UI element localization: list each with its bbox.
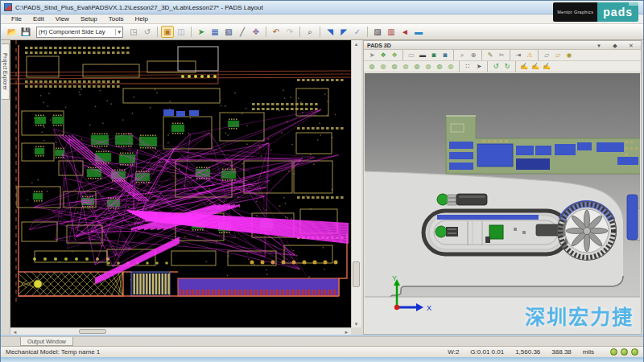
scroll-up-arrow[interactable]: ▲ <box>352 40 361 47</box>
bga-toolbar-icon[interactable]: ▦ <box>208 26 221 38</box>
status-led <box>610 348 617 356</box>
close-icon[interactable]: ✕ <box>625 39 638 51</box>
layer-selector-arrow[interactable]: ▾ <box>115 29 121 35</box>
output-window-tab[interactable]: Output Window <box>20 337 73 346</box>
status-led <box>631 348 638 356</box>
axis-x-label: X <box>427 304 431 312</box>
toolbar-separator <box>157 27 158 37</box>
view-rotate-icon[interactable]: ◍ <box>445 62 456 72</box>
link-3d-icon[interactable]: ▬ <box>412 26 425 38</box>
board-bottom-view-icon[interactable]: ❖ <box>389 51 400 60</box>
clearance-check-icon[interactable]: ⇥ <box>513 51 524 60</box>
dimensioning-toolbar-icon[interactable]: ◫ <box>175 26 188 38</box>
3d-viewport[interactable]: Y X 深圳宏力捷 <box>365 73 640 333</box>
eco-toolbar-icon[interactable]: ➤ <box>195 26 208 38</box>
pour-manager-icon[interactable]: ▨ <box>371 26 384 38</box>
main-area: Project Explorer ▲ ▼ ◄ ► PADS 3D ▾◆✕ ➤❖❖… <box>1 40 643 335</box>
view-right-icon[interactable]: ◍ <box>400 62 411 72</box>
horizontal-scroll-thumb[interactable] <box>79 329 106 334</box>
move-mode-icon[interactable]: ✥ <box>250 26 262 38</box>
photoview-icon[interactable]: ▧ <box>222 26 235 38</box>
zoom-fit-icon[interactable]: ⊕ <box>468 51 479 60</box>
status-coord-y: 388.38 <box>551 348 571 356</box>
fit-points-icon[interactable]: ∷ <box>462 62 473 72</box>
macro-icon[interactable]: ▥ <box>385 26 398 38</box>
brand-logo: Mentor Graphics pads <box>553 2 638 22</box>
cylinder-component <box>437 194 487 205</box>
pcb-canvas[interactable] <box>10 40 351 329</box>
help-pointer-icon[interactable]: ◄ <box>398 26 411 38</box>
world-icon[interactable]: ◉ <box>564 51 575 60</box>
toolbar-separator <box>453 50 454 60</box>
library-icon[interactable]: ◳ <box>127 26 140 38</box>
scroll-down-arrow[interactable]: ▼ <box>352 320 361 327</box>
export-model-icon[interactable]: ▭ <box>406 51 417 60</box>
rotate-ccw-icon[interactable]: ↺ <box>490 62 502 72</box>
main-toolbar: 📂💾 (H) Component Side Lay ▾ ◳↺▣◫➤▦▧╱✥↶↷⌕… <box>1 24 643 40</box>
panel-menu-icon[interactable]: ▾ <box>592 39 605 51</box>
toolbar-separator <box>266 27 266 37</box>
show-models-icon[interactable]: ◙ <box>440 51 451 60</box>
rotate-cw-icon[interactable]: ↻ <box>502 62 513 72</box>
menu-setup[interactable]: Setup <box>75 15 103 23</box>
menu-tools[interactable]: Tools <box>103 15 130 23</box>
toolbar-separator <box>191 27 192 37</box>
pads-3d-title: PADS 3D <box>367 43 391 48</box>
snapshot-icon[interactable]: ▱ <box>552 51 564 60</box>
window-title: C:\PADS_Stnd_Plus_Eval\PADSVX.1.2\Lesson… <box>15 4 263 11</box>
pads-layout-window: C:\PADS_Stnd_Plus_Eval\PADSVX.1.2\Lesson… <box>0 0 644 362</box>
view-back-icon[interactable]: ◍ <box>378 62 389 72</box>
select-icon[interactable]: ➤ <box>366 51 378 60</box>
capture-top-icon[interactable]: ✍ <box>518 62 530 72</box>
pads-3d-panel: PADS 3D ▾◆✕ ➤❖❖▭▬◙◙⌕⊕✎✂⇥⚠▱▱◉ ◍◍◍◍◍◍◍◍∷➤↺… <box>363 40 642 335</box>
capture-iso-icon[interactable]: ✍ <box>541 62 552 72</box>
zoom-icon[interactable]: ⌕ <box>303 26 316 38</box>
toolbar-separator <box>299 27 300 37</box>
save-icon[interactable]: 💾 <box>19 26 32 38</box>
pcb-vertical-scrollbar[interactable]: ▲ ▼ <box>351 40 361 327</box>
toolbar-separator <box>402 50 403 60</box>
menu-edit[interactable]: Edit <box>27 15 50 23</box>
view-bottom-icon[interactable]: ◍ <box>423 62 434 72</box>
view-front-icon[interactable]: ◍ <box>366 62 378 72</box>
zoom-window-icon[interactable]: ⌕ <box>456 51 468 60</box>
measure-point-icon[interactable]: ✂ <box>496 51 507 60</box>
capture-side-icon[interactable]: ✍ <box>530 62 541 72</box>
show-board-icon[interactable]: ▬ <box>417 51 428 60</box>
pin-icon[interactable]: ◆ <box>609 39 621 51</box>
window-bottom-border <box>1 357 643 362</box>
show-enclosure-icon[interactable]: ◙ <box>428 51 440 60</box>
pads-3d-header[interactable]: PADS 3D ▾◆✕ <box>364 41 641 50</box>
board-top-view-icon[interactable]: ❖ <box>378 51 389 60</box>
highlight-icon[interactable]: ◤ <box>337 26 350 38</box>
selection-filter-icon[interactable]: ◥ <box>324 26 336 38</box>
menu-view[interactable]: View <box>50 15 75 23</box>
toolbar-separator <box>487 61 488 72</box>
collision-warning-icon[interactable]: ⚠ <box>524 51 535 60</box>
layer-selector[interactable]: (H) Component Side Lay ▾ <box>36 27 123 38</box>
pcb-horizontal-scrollbar[interactable]: ◄ ► <box>10 327 351 335</box>
status-units[interactable]: mils <box>583 348 594 356</box>
eco-mode-icon[interactable]: ↺ <box>141 26 154 38</box>
pointer-icon[interactable]: ➤ <box>473 62 485 72</box>
view-top-icon[interactable]: ◍ <box>411 62 423 72</box>
add-route-icon[interactable]: ╱ <box>236 26 249 38</box>
redo-icon[interactable]: ↷ <box>283 26 296 38</box>
view-iso-icon[interactable]: ◍ <box>434 62 445 72</box>
scroll-right-arrow[interactable]: ► <box>342 328 351 335</box>
menu-file[interactable]: File <box>6 15 27 23</box>
view-left-icon[interactable]: ◍ <box>389 62 400 72</box>
toolbar-separator <box>459 61 460 72</box>
design-toolbar-icon[interactable]: ▣ <box>161 26 174 38</box>
status-coord-x: 1,560.36 <box>515 348 540 356</box>
measure-icon[interactable]: ✎ <box>485 51 496 60</box>
project-explorer-tab[interactable]: Project Explorer <box>2 43 10 100</box>
pads-3d-toolbar-row2: ◍◍◍◍◍◍◍◍∷➤↺↻✍✍✍ <box>364 61 641 72</box>
verify-design-icon[interactable]: ✓ <box>351 26 364 38</box>
menu-help[interactable]: Help <box>129 15 153 23</box>
vertical-scroll-thumb[interactable] <box>353 261 360 287</box>
open-icon[interactable]: 📂 <box>6 26 19 38</box>
undo-icon[interactable]: ↶ <box>270 26 283 38</box>
report-icon[interactable]: ▱ <box>541 51 552 60</box>
scroll-left-arrow[interactable]: ◄ <box>10 328 19 335</box>
